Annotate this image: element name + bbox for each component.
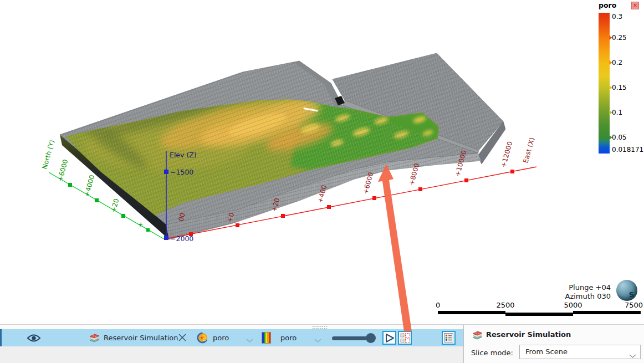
axis-elev-title: Elev (Z) <box>170 151 197 159</box>
reservoir-layer-icon <box>471 329 484 343</box>
colormap-gradient-icon <box>262 332 271 344</box>
axis-tick-label: +12000 <box>499 141 514 168</box>
axis-tick-label: +4000 <box>83 174 96 198</box>
show-legend-button[interactable] <box>442 331 456 345</box>
slice-mode-dropdown[interactable]: From Scene <box>519 345 641 359</box>
color-legend: poro ✕ 0.3 0.25 0.2 0.15 0.1 0.05 0.0181… <box>594 0 644 162</box>
legend-tick-label: 0.25 <box>612 34 627 42</box>
scene-object-list: Reservoir Simulation poro <box>0 325 463 363</box>
scale-segment <box>505 313 573 316</box>
remove-object-icon[interactable] <box>178 333 187 344</box>
property-colormap-icon <box>197 332 208 346</box>
legend-list-icon <box>444 333 453 342</box>
scene-object-label[interactable]: Reservoir Simulation <box>104 334 178 342</box>
application-window: +6000 +4000 +20 + North (Y) 00 +0 <box>0 0 644 363</box>
azimuth-value: Azimuth 030 <box>543 292 611 301</box>
play-animation-button[interactable] <box>382 331 396 345</box>
legend-tick-label: 0.05 <box>612 134 627 141</box>
axis-tick-label: −1500 <box>170 168 193 176</box>
legend-tick-label: 0.018171 <box>612 146 643 154</box>
scale-label: 7500 <box>625 301 643 309</box>
compass-globe-icon[interactable]: S <box>616 280 637 301</box>
legend-colorbar <box>599 13 610 154</box>
legend-title: poro <box>599 1 616 9</box>
grid-cells-button[interactable] <box>398 331 412 345</box>
chevron-down-icon[interactable] <box>314 335 321 345</box>
axis-tick-label: + <box>136 221 145 228</box>
axis-tick-label: +20 <box>109 198 120 213</box>
play-icon <box>385 333 395 343</box>
legend-tick-label: 0.3 <box>612 13 622 21</box>
axis-tick-label: +6000 <box>56 159 69 182</box>
reservoir-model-figure: +6000 +4000 +20 + North (Y) 00 +0 <box>0 0 644 324</box>
property-select-value[interactable]: poro <box>213 334 229 342</box>
chevron-down-icon <box>629 350 636 361</box>
plunge-value: Plunge +04 <box>543 283 611 292</box>
scale-label: 0 <box>436 301 440 309</box>
opacity-slider-handle[interactable] <box>366 333 376 343</box>
slice-mode-value: From Scene <box>525 347 568 356</box>
axis-east-title: East (X) <box>522 136 536 163</box>
scale-label: 5000 <box>564 301 582 309</box>
grid-cells-icon <box>400 333 410 343</box>
legend-tick-label: 0.1 <box>612 109 622 116</box>
main-3d-viewport[interactable]: +6000 +4000 +20 + North (Y) 00 +0 <box>0 0 644 324</box>
visibility-eye-icon[interactable] <box>27 334 41 345</box>
scale-segment <box>438 311 505 314</box>
scale-bar: 0 2500 5000 7500 <box>438 301 641 318</box>
scene-object-row: Reservoir Simulation poro <box>0 329 463 346</box>
axis-north-title: North (Y) <box>40 139 56 170</box>
panel-splitter[interactable] <box>0 325 463 329</box>
colormap-select-value[interactable]: poro <box>280 334 297 342</box>
bottom-panel: Reservoir Simulation poro <box>0 324 644 363</box>
properties-panel: Reservoir Simulation Slice mode: From Sc… <box>463 325 644 363</box>
legend-tick-label: 0.2 <box>612 59 622 67</box>
axis-tick-label: −2000 <box>170 234 193 243</box>
scale-segment <box>573 311 641 314</box>
chevron-down-icon[interactable] <box>246 335 253 345</box>
reservoir-layer-icon <box>88 332 101 346</box>
scale-label: 2500 <box>496 301 514 309</box>
view-orientation-readout: Plunge +04 Azimuth 030 <box>543 283 611 301</box>
splitter-handle-icon[interactable] <box>312 326 328 329</box>
slice-mode-label: Slice mode: <box>471 349 513 357</box>
legend-close-icon[interactable]: ✕ <box>631 2 639 9</box>
properties-panel-title: Reservoir Simulation <box>486 330 571 339</box>
legend-tick-label: 0.15 <box>612 84 627 91</box>
